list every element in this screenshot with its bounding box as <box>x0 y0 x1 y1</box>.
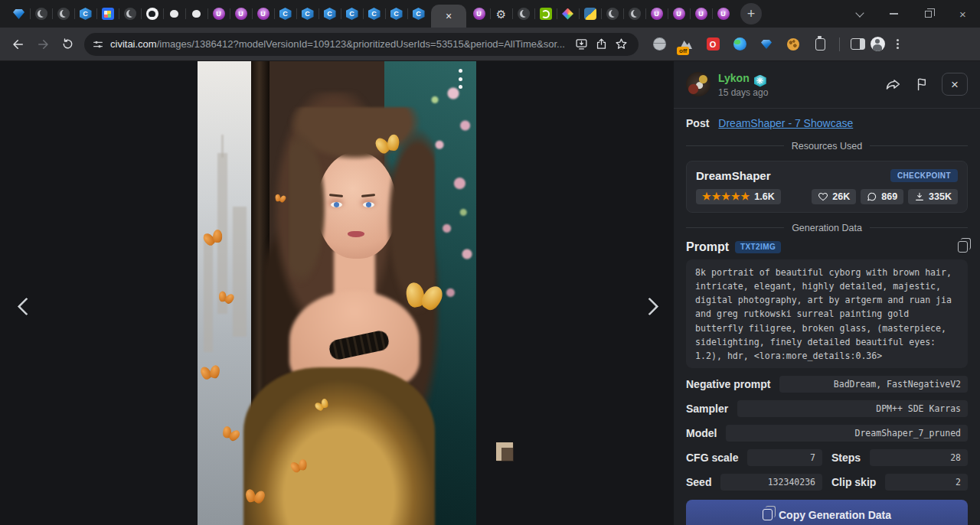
user-avatar[interactable] <box>686 72 710 96</box>
civitai-favicon-tab[interactable] <box>385 3 407 24</box>
github-outline-favicon-tab[interactable] <box>185 3 207 24</box>
kebab-menu-icon <box>897 43 899 45</box>
uhex-favicon-tab[interactable] <box>712 3 734 24</box>
github-outline-favicon-tab[interactable] <box>163 3 185 24</box>
cfg-scale-value[interactable]: 7 <box>747 449 822 466</box>
image-options-menu-button[interactable] <box>453 67 467 90</box>
browser-menu-button[interactable] <box>887 34 907 54</box>
minimize-button[interactable] <box>877 0 911 28</box>
report-button[interactable] <box>913 74 933 94</box>
heart-icon <box>818 191 828 202</box>
github-favicon-icon <box>146 8 158 20</box>
tab-search-button[interactable] <box>842 0 877 28</box>
close-window-button[interactable]: × <box>946 0 980 28</box>
sampler-value[interactable]: DPM++ SDE Karras <box>737 400 968 417</box>
likes-chip[interactable]: 26K <box>812 189 856 204</box>
reload-button[interactable] <box>55 32 80 57</box>
minimize-icon <box>890 13 898 15</box>
profile-avatar-icon <box>871 37 885 51</box>
uhex-favicon-tab[interactable] <box>668 3 690 24</box>
resource-name[interactable]: DreamShaper <box>696 169 771 182</box>
python-favicon-tab[interactable] <box>579 3 601 24</box>
close-panel-button[interactable]: × <box>942 73 968 96</box>
civitai-favicon-tab[interactable] <box>318 3 341 24</box>
civitai-favicon-tab[interactable] <box>74 3 96 24</box>
model-value[interactable]: DreamShaper_7_pruned <box>726 425 968 442</box>
back-arrow-icon <box>11 38 25 51</box>
address-bar[interactable]: civitai.com/images/1386412?modelVersionI… <box>84 33 639 56</box>
share-icon <box>885 76 902 93</box>
swirl-favicon-tab[interactable] <box>30 3 52 24</box>
new-tab-button[interactable]: + <box>740 3 762 24</box>
next-image-button[interactable] <box>634 288 671 324</box>
prompt-text[interactable]: 8k portrait of beautiful cyborg with bro… <box>686 259 968 368</box>
globe-extension-button[interactable] <box>649 34 669 54</box>
steps-value[interactable]: 28 <box>870 449 968 466</box>
copy-prompt-icon[interactable] <box>958 241 968 253</box>
back-button[interactable] <box>6 32 31 57</box>
prism-favicon-tab[interactable] <box>557 3 579 24</box>
post-link[interactable]: DreamShaper - 7 Showcase <box>718 117 853 129</box>
gear-favicon-tab[interactable]: ⚙ <box>490 3 512 24</box>
uhex-favicon-tab[interactable] <box>645 3 668 24</box>
gem-favicon-tab[interactable] <box>8 3 30 24</box>
downloads-chip[interactable]: 335K <box>908 189 958 204</box>
civitai-favicon-tab[interactable] <box>363 3 385 24</box>
profile-button[interactable] <box>867 34 887 54</box>
url-path: /images/1386412?modelVersionId=109123&pr… <box>157 38 565 50</box>
store-favicon-tab[interactable] <box>96 3 119 24</box>
uhex-favicon-tab[interactable] <box>690 3 712 24</box>
earth-extension-button[interactable] <box>730 34 750 54</box>
swirl-favicon-tab[interactable] <box>601 3 623 24</box>
tab-close-icon[interactable]: × <box>446 11 452 21</box>
side-panel-icon <box>851 38 865 50</box>
site-settings-icon[interactable] <box>92 38 104 51</box>
restore-button[interactable] <box>911 0 946 28</box>
gem-small-extension-button[interactable] <box>756 34 776 54</box>
side-panel-button[interactable] <box>848 34 867 54</box>
seed-value[interactable]: 132340236 <box>720 474 822 491</box>
amber-off-extension-button[interactable]: off <box>676 34 696 54</box>
butterfly-decoration <box>244 488 266 506</box>
civitai-favicon-icon <box>413 8 425 20</box>
civitai-favicon-tab[interactable] <box>341 3 363 24</box>
resource-card[interactable]: DreamShaper CHECKPOINT ★★★★★ 1.6K 26K 86… <box>686 161 968 213</box>
swirl-favicon-tab[interactable] <box>52 3 74 24</box>
forward-button[interactable] <box>31 32 55 57</box>
copy-generation-data-button[interactable]: Copy Generation Data <box>686 500 968 525</box>
swirl-favicon-tab[interactable] <box>512 3 534 24</box>
uhex-favicon-tab[interactable] <box>252 3 274 24</box>
url-text[interactable]: civitai.com/images/1386412?modelVersionI… <box>110 38 571 50</box>
uhex-favicon-tab[interactable] <box>230 3 252 24</box>
negative-prompt-row: Negative prompt BadDream, FastNegativeV2 <box>686 376 968 393</box>
uhex-favicon-tab[interactable] <box>207 3 230 24</box>
share-page-button[interactable] <box>591 34 611 54</box>
red-o-extension-button[interactable] <box>703 34 723 54</box>
clip-skip-value[interactable]: 2 <box>885 474 968 491</box>
clipboard-extension-button[interactable] <box>810 34 830 54</box>
uhex-favicon-tab[interactable] <box>468 3 490 24</box>
share-button[interactable] <box>884 74 903 94</box>
bookmark-button[interactable] <box>611 34 631 54</box>
civitai-favicon-tab[interactable] <box>407 3 430 24</box>
civitai-favicon-tab[interactable] <box>296 3 318 24</box>
uhex-favicon-icon <box>695 8 707 20</box>
github-favicon-tab[interactable] <box>141 3 163 24</box>
swirl-favicon-tab[interactable] <box>119 3 141 24</box>
install-icon <box>575 38 588 51</box>
checkpoint-badge: CHECKPOINT <box>890 169 958 182</box>
swirl-favicon-tab[interactable] <box>623 3 645 24</box>
nvidia-favicon-tab[interactable] <box>534 3 557 24</box>
gear-favicon-icon: ⚙ <box>496 8 506 20</box>
active-tab[interactable]: × <box>431 5 466 28</box>
install-app-button[interactable] <box>571 34 591 54</box>
rating-count: 1.6K <box>754 191 774 202</box>
rating-chip[interactable]: ★★★★★ 1.6K <box>696 189 781 204</box>
comments-chip[interactable]: 869 <box>861 189 903 204</box>
chevron-left-icon <box>17 297 35 315</box>
civitai-favicon-tab[interactable] <box>274 3 296 24</box>
negative-prompt-value[interactable]: BadDream, FastNegativeV2 <box>779 376 968 393</box>
cookie-extension-button[interactable] <box>783 34 803 54</box>
username-link[interactable]: Lykon <box>718 72 750 86</box>
previous-image-button[interactable] <box>5 288 41 324</box>
